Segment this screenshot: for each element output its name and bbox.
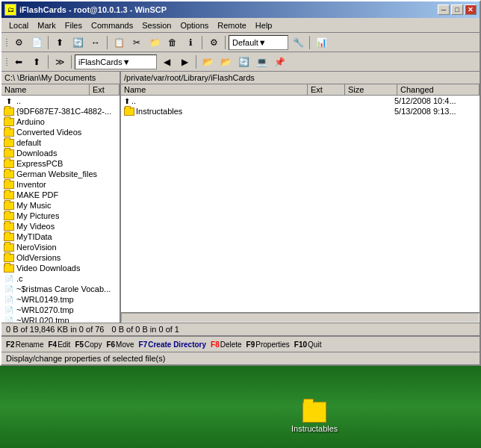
list-item[interactable]: 📄 ~$ristmas Carole Vocab...: [1, 284, 120, 294]
left-col-name[interactable]: Name: [1, 84, 90, 95]
list-item[interactable]: {9DF687E7-381C-4882-...: [1, 106, 120, 116]
list-item[interactable]: ⬆ ..: [1, 96, 120, 106]
folder-icon: [3, 128, 15, 137]
menu-mark[interactable]: Mark: [33, 19, 60, 31]
desktop-folder-icon: [302, 402, 326, 423]
tb-btn-nav1[interactable]: ⬅: [10, 55, 27, 69]
right-hscrollbar[interactable]: [121, 312, 480, 323]
tb-btn-move[interactable]: ✂: [128, 35, 145, 50]
tb-btn-copy-files[interactable]: 📋: [111, 35, 127, 50]
desktop: Instructables: [0, 366, 481, 448]
title-buttons: ─ □ ✕: [438, 4, 477, 15]
folder-icon: [3, 232, 15, 241]
tb-btn-extra[interactable]: 🔧: [290, 35, 306, 50]
list-item[interactable]: MAKE PDF: [1, 190, 120, 200]
tb-btn-refresh[interactable]: 🔄: [69, 35, 86, 50]
left-address-bar[interactable]: iFlashCards ▼: [75, 55, 157, 69]
tb-btn-sync[interactable]: ↔: [87, 35, 104, 50]
menu-options[interactable]: Options: [176, 19, 213, 31]
funckey-f6[interactable]: F6 Move: [105, 340, 135, 349]
right-hscroll-track[interactable]: [121, 313, 480, 323]
list-item[interactable]: default: [1, 137, 120, 148]
tb-btn-fwd-left[interactable]: ▶: [176, 55, 193, 69]
funckey-f5[interactable]: F5 Copy: [73, 340, 103, 349]
tb-btn-left-new[interactable]: 📂: [217, 55, 234, 69]
folder-icon: [3, 222, 15, 231]
left-file-list[interactable]: ⬆ .. {9DF687E7-381C-4882-... Arduino Con…: [1, 96, 120, 323]
table-row-instructables[interactable]: Instructables 5/13/2008 9:13...: [121, 106, 480, 116]
right-file-list[interactable]: ⬆ .. 5/12/2008 10:4... Instructables 5/: [121, 96, 480, 312]
desktop-icon-instructables[interactable]: Instructables: [291, 402, 338, 433]
tb-btn-properties[interactable]: ℹ: [182, 35, 199, 50]
funckey-f2[interactable]: F2 Rename: [4, 340, 45, 349]
left-col-ext[interactable]: Ext: [90, 84, 120, 95]
right-col-size-header[interactable]: Size: [345, 84, 397, 95]
menu-help[interactable]: Help: [251, 19, 277, 31]
minimize-button[interactable]: ─: [438, 4, 450, 15]
tb-btn-nav3[interactable]: ≫: [52, 55, 68, 69]
toolbar-grip-2[interactable]: [4, 57, 9, 67]
left-path-value: iFlashCards: [78, 57, 122, 66]
list-item-downloads[interactable]: Downloads: [1, 148, 120, 158]
tb-btn-left-cmd[interactable]: 💻: [253, 55, 270, 69]
list-item[interactable]: 📄 .c: [1, 273, 120, 284]
folder-icon: [3, 107, 15, 116]
title-bar-left: 🗂 iFlashCards - root@10.0.1.3 - WinSCP: [4, 4, 167, 16]
up-icon: ⬆: [124, 97, 130, 105]
profile-arrow: ▼: [258, 38, 267, 47]
tb-btn-transfer-settings[interactable]: ⚙: [205, 35, 222, 50]
list-item[interactable]: ExpressPCB: [1, 158, 120, 169]
left-path-text: C:\ \Brian\My Documents: [4, 73, 96, 82]
funckey-f8[interactable]: F8 Delete: [209, 340, 243, 349]
list-item[interactable]: 📄 ~WRL0270.tmp: [1, 305, 120, 315]
file-icon: 📄: [3, 284, 15, 293]
list-item[interactable]: My Pictures: [1, 211, 120, 221]
funckey-f10[interactable]: F10 Quit: [293, 340, 323, 349]
list-item[interactable]: Video Downloads: [1, 263, 120, 273]
list-item[interactable]: Arduino: [1, 116, 120, 127]
menu-local[interactable]: Local: [4, 19, 33, 31]
list-item[interactable]: 📄 ~WRL020.tmp: [1, 315, 120, 323]
split-pane: C:\ \Brian\My Documents Name Ext ⬆ .. {9…: [1, 72, 480, 323]
funckey-f7[interactable]: F7 Create Directory: [137, 340, 208, 349]
menu-remote[interactable]: Remote: [213, 19, 251, 31]
menu-commands[interactable]: Commands: [87, 19, 137, 31]
maximize-button[interactable]: □: [451, 4, 463, 15]
menu-files[interactable]: Files: [60, 19, 87, 31]
list-item[interactable]: 📄 ~WRL0149.tmp: [1, 294, 120, 305]
tb-btn-up[interactable]: ⬆: [52, 35, 68, 50]
tb-btn-nav2[interactable]: ⬆: [28, 55, 45, 69]
status-message: Display/change properties of selected fi…: [1, 352, 480, 364]
menu-session[interactable]: Session: [137, 19, 176, 31]
right-col-name-header[interactable]: Name: [121, 84, 308, 95]
list-item[interactable]: NeroVision: [1, 242, 120, 252]
list-item[interactable]: My Music: [1, 200, 120, 211]
list-item[interactable]: OldVersions: [1, 252, 120, 263]
tb-btn-new-session[interactable]: 📄: [28, 35, 45, 50]
toolbar-2: ⬅ ⬆ ≫ iFlashCards ▼ ◀ ▶ 📂 📂 🔄 💻 📌: [1, 52, 480, 72]
tb-btn-mkdir[interactable]: 📁: [146, 35, 163, 50]
tb-btn-left-sync[interactable]: 🔄: [235, 55, 252, 69]
table-row[interactable]: ⬆ .. 5/12/2008 10:4...: [121, 96, 480, 106]
folder-icon: [3, 138, 15, 147]
right-col-ext-header[interactable]: Ext: [308, 84, 345, 95]
funckey-f9[interactable]: F9 Properties: [245, 340, 291, 349]
tb-btn-back-left[interactable]: ◀: [158, 55, 175, 69]
tb-btn-queue[interactable]: 📊: [313, 35, 329, 50]
title-bar: 🗂 iFlashCards - root@10.0.1.3 - WinSCP ─…: [1, 1, 480, 18]
list-item-converted-videos[interactable]: Converted Videos: [1, 127, 120, 137]
toolbar-grip-1[interactable]: [4, 37, 9, 48]
funckey-f4[interactable]: F4 Edit: [46, 340, 72, 349]
tb-btn-left-bookmarks[interactable]: 📂: [199, 55, 216, 69]
list-item[interactable]: My Videos: [1, 221, 120, 231]
tb-btn-left-extra[interactable]: 📌: [271, 55, 288, 69]
list-item[interactable]: Inventor: [1, 179, 120, 190]
tb-btn-delete[interactable]: 🗑: [164, 35, 181, 50]
close-button[interactable]: ✕: [465, 4, 477, 15]
tb-btn-prefs[interactable]: ⚙: [10, 35, 27, 50]
right-col-changed-header[interactable]: Changed: [397, 84, 480, 95]
tb-sep-6: [48, 55, 49, 69]
list-item[interactable]: MyTIData: [1, 231, 120, 242]
profile-dropdown[interactable]: Default ▼: [229, 35, 288, 50]
list-item[interactable]: German Website_files: [1, 169, 120, 179]
